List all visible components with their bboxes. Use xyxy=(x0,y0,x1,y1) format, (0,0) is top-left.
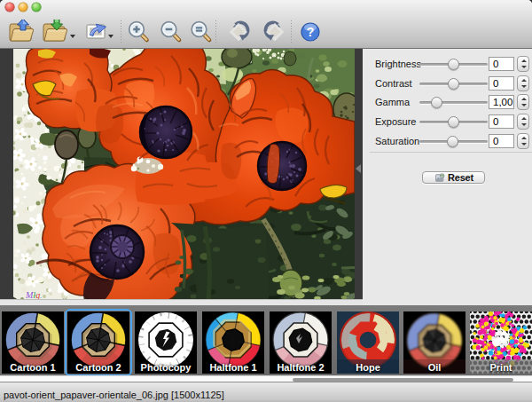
svg-text:Młg.: Młg. xyxy=(25,290,42,299)
svg-text:?: ? xyxy=(307,25,315,39)
